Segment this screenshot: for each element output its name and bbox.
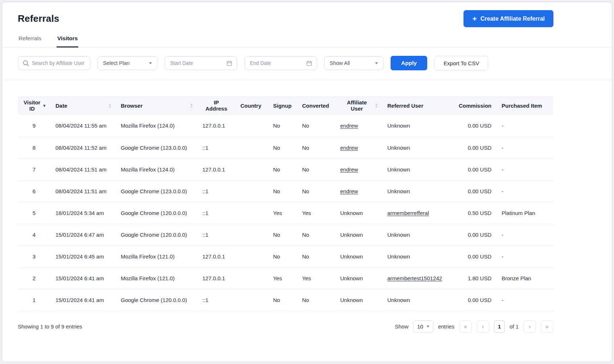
cell-ip: ::1 <box>197 202 235 224</box>
cell-browser: Google Chrome (123.0.0.0) <box>116 180 197 202</box>
cell-date: 15/01/2024 6:45 am <box>50 245 116 267</box>
cell-item: - <box>496 245 553 267</box>
show-all-dropdown[interactable]: Show All <box>324 56 383 70</box>
column-header-referred: Referred User <box>382 96 455 115</box>
of-label: of 1 <box>510 323 519 330</box>
cell-signup: No <box>268 158 297 180</box>
column-header-ip: IP Address <box>197 96 235 115</box>
cell-affiliate: Unknown <box>335 202 382 224</box>
cell-referred: armemberrefferal <box>382 202 455 224</box>
column-header-affiliate[interactable]: Affiliate User▴▾ <box>335 96 382 115</box>
affiliate-user-link[interactable]: endrew <box>340 123 358 129</box>
search-icon <box>22 60 29 67</box>
page-title: Referrals <box>18 13 59 24</box>
affiliate-user-link[interactable]: endrew <box>340 188 358 194</box>
cell-browser: Mozilla Firefox (124.0) <box>116 115 197 137</box>
column-header-signup: Signup <box>268 96 297 115</box>
column-label: Visitor ID <box>23 99 41 112</box>
column-label: Signup <box>273 103 292 109</box>
referred-user-link[interactable]: armembertest1501242 <box>387 275 442 281</box>
cell-country <box>235 115 268 137</box>
column-header-date[interactable]: Date▴▾ <box>50 96 116 115</box>
cell-id: 5 <box>18 202 50 224</box>
last-page-button[interactable]: » <box>541 320 553 333</box>
affiliate-user-link[interactable]: endrew <box>340 145 358 151</box>
create-affiliate-referral-button[interactable]: + Create Affiliate Referral <box>463 10 553 27</box>
cell-signup: No <box>268 224 297 245</box>
table-row: 808/04/2024 11:52 amGoogle Chrome (123.0… <box>18 137 553 158</box>
first-page-button[interactable]: « <box>459 320 472 333</box>
cell-converted: No <box>297 115 335 137</box>
cell-affiliate: Unknown <box>335 267 382 289</box>
table-row: 215/01/2024 6:41 amMozilla Firefox (121.… <box>18 267 553 289</box>
cell-item: - <box>496 158 553 180</box>
per-page-value: 10 <box>417 323 423 330</box>
next-page-button[interactable]: › <box>523 320 536 333</box>
column-label: Commission <box>459 103 491 109</box>
cell-browser: Google Chrome (123.0.0.0) <box>116 137 197 158</box>
referrals-page: Referrals + Create Affiliate Referral Re… <box>2 2 612 362</box>
cell-converted: Yes <box>297 267 335 289</box>
page-header: Referrals + Create Affiliate Referral <box>18 2 553 27</box>
cell-date: 08/04/2024 11:51 am <box>50 158 116 180</box>
export-to-csv-button[interactable]: Export To CSV <box>434 56 488 70</box>
table-row: 608/04/2024 11:51 amGoogle Chrome (123.0… <box>18 180 553 202</box>
cell-converted: Yes <box>297 202 335 224</box>
cell-browser: Mozilla Firefox (121.0) <box>116 267 197 289</box>
cell-affiliate: endrew <box>335 180 382 202</box>
sort-desc-icon: ▾ <box>43 104 45 108</box>
tab-referrals[interactable]: Referrals <box>18 32 42 47</box>
apply-button[interactable]: Apply <box>391 56 427 70</box>
cell-id: 4 <box>18 224 50 245</box>
current-page-box[interactable]: 1 <box>494 320 505 333</box>
per-page-select[interactable]: 10 <box>413 320 433 333</box>
cell-browser: Google Chrome (120.0.0.0) <box>116 289 197 311</box>
cell-country <box>235 267 268 289</box>
cell-id: 9 <box>18 115 50 137</box>
column-header-item: Purchased Item <box>496 96 553 115</box>
search-box[interactable] <box>18 56 90 70</box>
cell-commission: 0.50 USD <box>455 202 496 224</box>
cell-item: - <box>496 137 553 158</box>
cell-date: 18/01/2024 5:34 am <box>50 202 116 224</box>
show-label: Show <box>395 323 409 330</box>
end-date-field[interactable] <box>244 56 317 70</box>
cell-signup: No <box>268 137 297 158</box>
cell-country <box>235 245 268 267</box>
cell-affiliate: Unknown <box>335 289 382 311</box>
column-header-country: Country <box>235 96 268 115</box>
start-date-field[interactable] <box>165 56 237 70</box>
column-label: IP Address <box>202 99 230 112</box>
prev-page-button[interactable]: ‹ <box>477 320 489 333</box>
column-header-id[interactable]: Visitor ID▾ <box>18 96 50 115</box>
cell-affiliate: Unknown <box>335 245 382 267</box>
cell-ip: ::1 <box>197 224 235 245</box>
column-label: Affiliate User <box>340 99 374 112</box>
affiliate-user-link[interactable]: endrew <box>340 166 358 173</box>
cell-commission: 0.00 USD <box>455 137 496 158</box>
cell-item: - <box>496 224 553 245</box>
select-plan-dropdown[interactable]: Select Plan <box>98 56 157 70</box>
cell-ip: 127.0.0.1 <box>197 267 235 289</box>
cell-id: 2 <box>18 267 50 289</box>
cell-converted: No <box>297 158 335 180</box>
column-label: Browser <box>121 103 143 109</box>
tab-visitors[interactable]: Visitors <box>57 32 79 47</box>
cell-referred: Unknown <box>382 224 455 245</box>
referred-user-link[interactable]: armemberrefferal <box>387 210 429 216</box>
cell-ip: 127.0.0.1 <box>197 245 235 267</box>
table-footer: Showing 1 to 9 of 9 entries Show 10 entr… <box>18 320 553 333</box>
cell-item: - <box>496 289 553 311</box>
cell-commission: 0.00 USD <box>455 180 496 202</box>
cell-commission: 0.00 USD <box>455 245 496 267</box>
column-header-browser[interactable]: Browser▴▾ <box>116 96 197 115</box>
cell-country <box>235 289 268 311</box>
entries-label: entries <box>438 323 454 330</box>
cell-country <box>235 158 268 180</box>
cell-date: 15/01/2024 6:47 am <box>50 224 116 245</box>
visitors-table: Visitor ID▾Date▴▾Browser▴▾IP AddressCoun… <box>18 96 553 311</box>
cell-affiliate: endrew <box>335 115 382 137</box>
column-label: Date <box>55 103 67 109</box>
column-label: Converted <box>302 103 329 109</box>
cell-affiliate: endrew <box>335 158 382 180</box>
